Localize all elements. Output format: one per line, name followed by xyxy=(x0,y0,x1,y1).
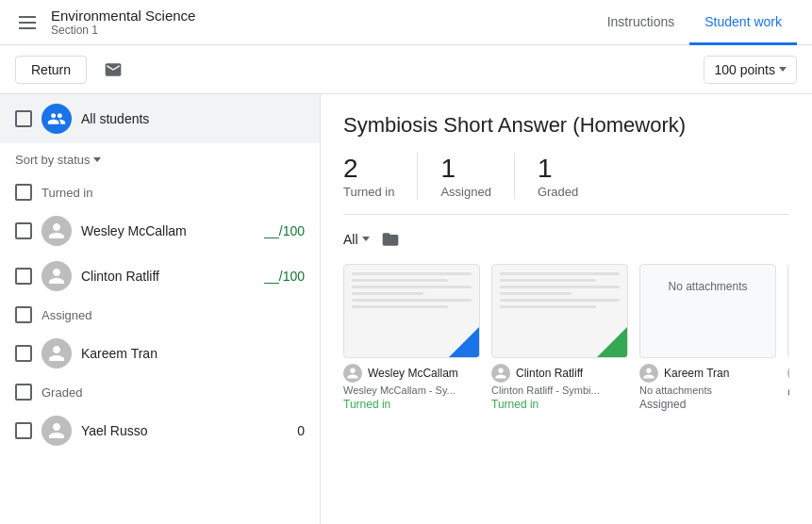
stat-graded-number: 1 xyxy=(538,153,578,185)
kareem-avatar xyxy=(41,338,72,368)
turned-in-checkbox[interactable] xyxy=(15,184,32,201)
kareem-checkbox[interactable] xyxy=(15,345,32,362)
stat-graded: 1 Graded xyxy=(538,153,601,199)
tab-student-work[interactable]: Student work xyxy=(689,1,797,45)
clinton-checkbox[interactable] xyxy=(15,268,32,285)
card-thumbnail-kareem: No attachments xyxy=(639,264,776,358)
menu-icon[interactable] xyxy=(15,12,40,33)
yael-grade: 0 xyxy=(257,423,305,438)
all-students-icon xyxy=(41,104,72,134)
card-kareem-status: Assigned xyxy=(639,398,776,411)
toolbar: Return 100 points xyxy=(0,45,812,94)
clinton-avatar xyxy=(41,261,72,291)
card-clinton-header: Clinton Ratliff xyxy=(491,364,628,383)
clinton-name: Clinton Ratliff xyxy=(81,269,248,284)
card-kareem-name: Kareem Tran xyxy=(664,367,729,380)
card-wesley-avatar xyxy=(343,364,362,383)
sidebar: All students Sort by status Turned in We… xyxy=(0,94,321,524)
filter-all-dropdown[interactable]: All xyxy=(343,232,370,247)
section-graded-header: Graded xyxy=(0,376,320,408)
mail-icon[interactable] xyxy=(98,55,128,85)
header-left: Environmental Science Section 1 xyxy=(15,8,592,37)
assigned-label: Assigned xyxy=(41,308,91,322)
card-yael-header: Yael Ru... xyxy=(787,364,789,383)
turned-in-badge-green-icon xyxy=(597,327,627,357)
card-clinton[interactable]: Clinton Ratliff Clinton Ratliff - Symbi.… xyxy=(491,264,628,411)
points-dropdown[interactable]: 100 points xyxy=(704,56,797,84)
filter-chevron-icon xyxy=(362,237,370,241)
turned-in-badge-icon xyxy=(449,327,479,357)
section-turned-in-header: Turned in xyxy=(0,176,320,208)
stat-assigned: 1 Assigned xyxy=(440,153,514,199)
all-students-checkbox[interactable] xyxy=(15,110,32,127)
graded-label: Graded xyxy=(41,385,82,400)
card-kareem-avatar xyxy=(639,364,658,383)
card-wesley-header: Wesley McCallam xyxy=(343,364,480,383)
stat-turned-in: 2 Turned in xyxy=(343,153,418,199)
header: Environmental Science Section 1 Instruct… xyxy=(0,0,812,45)
wesley-name: Wesley McCallam xyxy=(81,223,248,238)
student-row-kareem[interactable]: Kareem Tran xyxy=(0,331,320,376)
filter-row: All xyxy=(343,230,789,249)
student-row-wesley[interactable]: Wesley McCallam __/100 xyxy=(0,208,320,254)
card-yael[interactable]: Yael Ru... Graded xyxy=(787,264,789,411)
folder-icon[interactable] xyxy=(381,230,400,249)
wesley-checkbox[interactable] xyxy=(15,222,32,239)
card-clinton-avatar xyxy=(491,364,510,383)
card-thumbnail-clinton xyxy=(491,264,628,358)
app-subtitle: Section 1 xyxy=(51,24,195,37)
graded-checkbox[interactable] xyxy=(15,384,32,401)
sort-chevron-icon xyxy=(93,157,101,162)
wesley-avatar xyxy=(41,216,72,246)
clinton-grade: __/100 xyxy=(257,269,305,284)
tab-instructions[interactable]: Instructions xyxy=(592,1,690,45)
kareem-name: Kareem Tran xyxy=(81,346,248,361)
yael-avatar xyxy=(41,416,72,446)
app-title: Environmental Science xyxy=(51,8,195,24)
filter-all-label: All xyxy=(343,232,358,247)
card-clinton-status: Turned in xyxy=(491,398,628,411)
main-content: Symbiosis Short Answer (Homework) 2 Turn… xyxy=(321,94,812,524)
points-label: 100 points xyxy=(714,62,775,77)
yael-checkbox[interactable] xyxy=(15,422,32,439)
card-kareem-desc: No attachments xyxy=(639,385,776,396)
cards-row: Wesley McCallam Wesley McCallam - Sy... … xyxy=(343,264,789,411)
return-button[interactable]: Return xyxy=(15,56,87,84)
all-students-label: All students xyxy=(81,111,149,126)
card-thumbnail-wesley xyxy=(343,264,480,358)
turned-in-label: Turned in xyxy=(41,186,92,200)
stat-turned-in-label: Turned in xyxy=(343,185,394,199)
main-layout: All students Sort by status Turned in We… xyxy=(0,94,812,524)
card-yael-status: Graded xyxy=(787,386,789,400)
card-wesley-desc: Wesley McCallam - Sy... xyxy=(343,385,480,396)
header-title-block: Environmental Science Section 1 xyxy=(51,8,195,37)
card-wesley[interactable]: Wesley McCallam Wesley McCallam - Sy... … xyxy=(343,264,480,411)
card-wesley-status: Turned in xyxy=(343,398,480,411)
sort-row[interactable]: Sort by status xyxy=(0,143,320,176)
card-wesley-name: Wesley McCallam xyxy=(368,367,458,380)
section-assigned-header: Assigned xyxy=(0,299,320,331)
assignment-title: Symbiosis Short Answer (Homework) xyxy=(343,113,789,138)
stat-graded-label: Graded xyxy=(538,185,578,199)
card-kareem[interactable]: No attachments Kareem Tran No attachment… xyxy=(639,264,776,411)
card-clinton-name: Clinton Ratliff xyxy=(516,367,583,380)
card-kareem-header: Kareem Tran xyxy=(639,364,776,383)
no-attach-label: No attachments xyxy=(640,265,775,308)
student-row-clinton[interactable]: Clinton Ratliff __/100 xyxy=(0,254,320,299)
stats-row: 2 Turned in 1 Assigned 1 Graded xyxy=(343,153,789,215)
chevron-down-icon xyxy=(779,67,787,72)
sort-label: Sort by status xyxy=(15,153,90,167)
stat-assigned-number: 1 xyxy=(440,153,490,185)
all-students-row[interactable]: All students xyxy=(0,94,320,143)
card-yael-avatar xyxy=(787,364,789,383)
stat-turned-in-number: 2 xyxy=(343,153,394,185)
card-clinton-desc: Clinton Ratliff - Symbi... xyxy=(491,385,628,396)
assigned-checkbox[interactable] xyxy=(15,306,32,323)
card-thumbnail-yael xyxy=(787,264,789,358)
student-row-yael[interactable]: Yael Russo 0 xyxy=(0,408,320,453)
header-tabs: Instructions Student work xyxy=(592,0,797,44)
stat-assigned-label: Assigned xyxy=(440,185,490,199)
yael-name: Yael Russo xyxy=(81,423,248,438)
wesley-grade: __/100 xyxy=(257,223,305,238)
